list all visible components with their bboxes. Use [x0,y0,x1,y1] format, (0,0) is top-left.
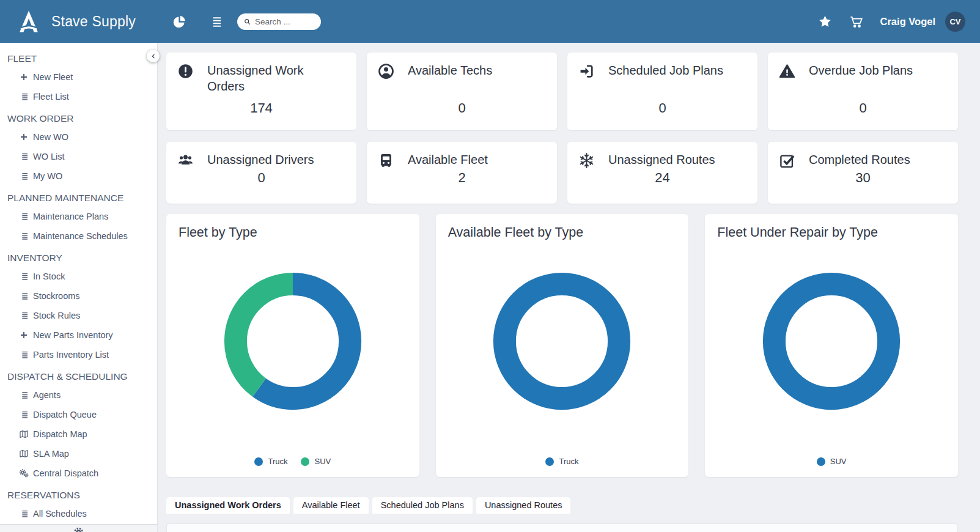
legend-item-suv[interactable]: SUV [301,457,331,466]
legend-label: Truck [559,457,578,466]
stat-value: 0 [578,100,746,116]
brand-name[interactable]: Stave Supply [51,13,136,30]
sidebar-item-stock-rules[interactable]: Stock Rules [0,306,157,325]
sidebar-item-label: WO List [33,151,65,162]
legend-item-truck[interactable]: Truck [254,457,287,466]
sidebar-item-dispatch-map[interactable]: Dispatch Map [0,424,157,444]
stat-value: 0 [779,100,947,116]
list-icon[interactable] [208,15,223,29]
tab-scheduled-job-plans[interactable]: Scheduled Job Plans [372,497,473,514]
stat-card-overdue-job-plans[interactable]: Overdue Job Plans 0 [768,53,958,130]
avatar[interactable]: CV [945,12,965,32]
legend-label: Truck [268,457,287,466]
sidebar-item-stockrooms[interactable]: Stockrooms [0,286,157,306]
bus-icon [378,152,394,169]
stat-label: Unassigned Routes [608,152,715,169]
plus-icon [19,72,29,82]
stats-row-2: Unassigned Drivers 0 Available Fleet 2 U… [166,142,958,204]
stat-label: Available Fleet [408,152,488,169]
chart-available-fleet-by-type: Available Fleet by Type Truck [436,214,689,477]
tab-unassigned-work-orders[interactable]: Unassigned Work Orders [166,497,290,514]
legend-item-suv[interactable]: SUV [817,457,847,466]
sidebar-section-heading: FLEET [0,46,157,67]
stats-row-1: Unassigned Work Orders 174 Available Tec… [166,53,958,130]
sidebar-nav: FLEET New Fleet Fleet List WORK ORDER Ne… [0,43,157,524]
list-icon [19,272,29,281]
gear-icon[interactable] [73,525,84,532]
sidebar-item-label: Dispatch Queue [33,409,97,420]
sidebar-item-dispatch-queue[interactable]: Dispatch Queue [0,405,157,424]
chart-fleet-under-repair-by-type: Fleet Under Repair by Type SUV [705,214,958,477]
sidebar-item-label: Maintenance Schedules [33,231,128,242]
chart-title: Fleet by Type [179,225,407,240]
stat-value: 174 [177,100,345,116]
plus-icon [19,132,29,142]
list-icon [19,92,29,102]
stat-label: Unassigned Drivers [207,152,314,169]
sidebar-section-heading: DISPATCH & SCHEDULING [0,364,157,385]
legend-dot [254,457,263,466]
list-icon [19,410,29,419]
stat-card-completed-routes[interactable]: Completed Routes 30 [768,142,958,204]
star-icon[interactable] [818,15,832,29]
search-icon [243,18,251,26]
sidebar-section-heading: INVENTORY [0,246,157,267]
sidebar-item-maintenance-schedules[interactable]: Maintenance Schedules [0,226,157,246]
stat-card-unassigned-work-orders[interactable]: Unassigned Work Orders 174 [166,53,356,130]
stat-label: Completed Routes [809,152,910,169]
legend-item-truck[interactable]: Truck [545,457,578,466]
sidebar-item-wo-list[interactable]: WO List [0,147,157,166]
search-input[interactable] [255,17,315,26]
sidebar-item-label: In Stock [33,271,65,282]
plus-icon [19,330,29,340]
user-name[interactable]: Craig Vogel [880,16,935,28]
sidebar-collapse-button[interactable] [147,50,160,62]
chart-fleet-by-type: Fleet by Type TruckSUV [166,214,419,477]
sidebar-item-my-wo[interactable]: My WO [0,166,157,186]
stave-logo[interactable] [15,9,43,34]
stat-value: 2 [378,170,546,186]
sidebar-item-fleet-list[interactable]: Fleet List [0,87,157,106]
pie-chart-icon[interactable] [172,15,186,29]
sign-in-icon [578,62,595,99]
sidebar-footer [0,524,157,532]
stat-card-unassigned-drivers[interactable]: Unassigned Drivers 0 [166,142,356,204]
sidebar-item-new-fleet[interactable]: New Fleet [0,67,157,87]
sidebar-item-label: My WO [33,171,62,182]
sidebar-item-label: SLA Map [33,448,69,459]
list-icon [19,350,29,360]
stat-card-scheduled-job-plans[interactable]: Scheduled Job Plans 0 [567,53,757,130]
donut-chart [221,270,364,413]
sidebar-section-heading: WORK ORDER [0,106,157,127]
list-icon [19,171,29,181]
check-square-icon [779,152,795,169]
sidebar-item-all-schedules[interactable]: All Schedules [0,504,157,523]
legend-dot [817,457,825,466]
sidebar-item-central-dispatch[interactable]: Central Dispatch [0,464,157,483]
search-box[interactable] [237,13,321,30]
sidebar-item-label: New WO [33,131,68,142]
sidebar-item-new-parts-inventory[interactable]: New Parts Inventory [0,325,157,345]
list-icon [19,152,29,161]
cart-icon[interactable] [849,15,863,29]
sidebar-item-sla-map[interactable]: SLA Map [0,444,157,464]
donut-chart [760,270,903,413]
sidebar-item-maintenance-plans[interactable]: Maintenance Plans [0,207,157,226]
sidebar-item-label: Stock Rules [33,310,80,321]
sidebar-item-in-stock[interactable]: In Stock [0,267,157,286]
sidebar-item-label: Dispatch Map [33,429,87,440]
sidebar-item-agents[interactable]: Agents [0,385,157,405]
exclamation-circle-icon [177,62,194,99]
stat-label: Scheduled Job Plans [608,62,723,99]
sidebar-item-label: Agents [33,390,61,401]
stat-card-unassigned-routes[interactable]: Unassigned Routes 24 [567,142,757,204]
sidebar-item-new-wo[interactable]: New WO [0,127,157,147]
chart-legend: Truck [448,457,677,468]
legend-dot [301,457,309,466]
top-bar: Stave Supply Craig Vogel CV [0,0,980,43]
tab-available-fleet[interactable]: Available Fleet [293,497,369,514]
sidebar-item-parts-inventory-list[interactable]: Parts Inventory List [0,345,157,364]
stat-card-available-fleet[interactable]: Available Fleet 2 [367,142,557,204]
stat-card-available-techs[interactable]: Available Techs 0 [367,53,557,130]
tab-unassigned-routes[interactable]: Unassigned Routes [476,497,571,514]
